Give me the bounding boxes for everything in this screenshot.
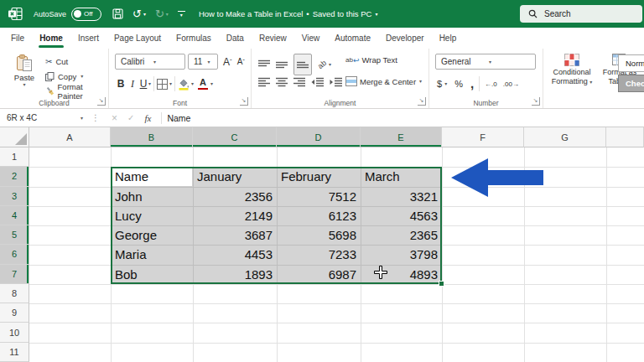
row-header-7[interactable]: 7	[0, 265, 29, 284]
ribbon-tab-page-layout[interactable]: Page Layout	[106, 28, 169, 49]
column-header-partial[interactable]	[606, 127, 644, 147]
align-right-icon[interactable]	[293, 77, 305, 87]
fill-handle[interactable]	[439, 281, 444, 287]
cell-C2[interactable]: January	[193, 167, 277, 186]
ribbon-tab-data[interactable]: Data	[219, 28, 252, 49]
wrap-text-button[interactable]: ab ↩ Wrap Text	[345, 55, 397, 65]
cell-C4[interactable]: 2149	[193, 206, 277, 225]
row-header-10[interactable]: 10	[0, 323, 29, 342]
cell-D3[interactable]: 7512	[277, 187, 361, 206]
cell-C5[interactable]: 3687	[193, 225, 277, 245]
row-header-11[interactable]: 11	[0, 343, 29, 362]
row-header-2[interactable]: 2	[0, 167, 29, 186]
decrease-decimal-button[interactable]: .00→	[503, 80, 519, 88]
fill-color-icon[interactable]	[178, 78, 190, 90]
row-header-4[interactable]: 4	[0, 206, 29, 225]
ribbon-tab-insert[interactable]: Insert	[70, 28, 106, 49]
ribbon-tab-developer[interactable]: Developer	[378, 28, 432, 49]
cell-D5[interactable]: 5698	[277, 225, 361, 245]
undo-button[interactable]: ↺ ▾	[132, 8, 146, 19]
autosave-toggle[interactable]: Off	[71, 8, 101, 21]
increase-indent-icon[interactable]	[330, 77, 342, 87]
align-bottom-button-selected[interactable]	[293, 54, 312, 75]
number-dialog-launcher[interactable]: ↘	[532, 97, 540, 106]
ribbon-tab-file[interactable]: File	[3, 28, 32, 49]
row-header-3[interactable]: 3	[0, 187, 29, 206]
comma-style-button[interactable]: ,	[470, 81, 474, 86]
italic-button[interactable]: I	[127, 78, 138, 90]
column-header-F[interactable]: F	[442, 127, 524, 147]
cell-B2[interactable]: Name	[111, 167, 193, 186]
cell-D7[interactable]: 6987	[277, 265, 361, 284]
decrease-indent-icon[interactable]	[311, 77, 324, 87]
percent-style-button[interactable]: %	[454, 79, 463, 89]
column-header-E[interactable]: E	[361, 127, 442, 147]
customize-qat-button[interactable]: ▾	[178, 11, 185, 18]
cell-style-check[interactable]: Check	[618, 75, 644, 92]
font-name-select[interactable]: Calibri ▾	[115, 54, 185, 70]
column-header-D[interactable]: D	[277, 127, 361, 147]
row-header-5[interactable]: 5	[0, 225, 29, 245]
cell-C3[interactable]: 2356	[193, 187, 277, 206]
confirm-entry-icon[interactable]: ✓	[127, 113, 134, 122]
ribbon-tab-formulas[interactable]: Formulas	[169, 28, 219, 49]
row-header-9[interactable]: 9	[0, 303, 29, 323]
merge-center-button[interactable]: Merge & Center ▾	[345, 76, 422, 86]
clipboard-dialog-launcher[interactable]: ↘	[97, 97, 106, 106]
conditional-formatting-button[interactable]: Conditional Formatting ▾	[547, 54, 597, 86]
cell-E2[interactable]: March	[361, 167, 442, 186]
paste-button[interactable]: Paste ▾	[7, 54, 42, 87]
alignment-dialog-launcher[interactable]: ↘	[418, 97, 426, 106]
column-header-C[interactable]: C	[193, 127, 277, 147]
cell-B3[interactable]: John	[111, 187, 193, 206]
orientation-button[interactable]: ab ▾	[318, 60, 331, 69]
formula-bar-content[interactable]: Name	[167, 113, 190, 123]
name-box[interactable]: 6R x 4C	[0, 113, 80, 122]
align-center-icon[interactable]	[276, 77, 288, 87]
save-icon[interactable]	[112, 8, 123, 19]
cell-D6[interactable]: 7233	[277, 245, 361, 264]
ribbon-tab-help[interactable]: Help	[432, 28, 465, 49]
row-header-1[interactable]: 1	[0, 147, 29, 167]
bold-button[interactable]: B	[115, 78, 127, 90]
cell-B6[interactable]: Maria	[111, 245, 193, 264]
excel-app-icon[interactable]	[8, 7, 23, 21]
increase-font-size-button[interactable]: Aˆ	[223, 56, 232, 68]
ribbon-tab-view[interactable]: View	[294, 28, 328, 49]
align-left-icon[interactable]	[258, 77, 270, 87]
cell-E4[interactable]: 4563	[361, 206, 442, 225]
cell-C6[interactable]: 4453	[193, 245, 277, 264]
redo-button[interactable]: ↻ ▾	[155, 8, 169, 19]
column-header-G[interactable]: G	[524, 127, 606, 147]
ribbon-tab-automate[interactable]: Automate	[327, 28, 378, 49]
font-size-select[interactable]: 11 ▾	[188, 54, 218, 70]
ribbon-tab-review[interactable]: Review	[252, 28, 294, 49]
document-title[interactable]: How to Make a Table in Excel • Saved to …	[199, 9, 378, 18]
insert-function-icon[interactable]: fx	[144, 113, 151, 123]
column-header-B[interactable]: B	[111, 127, 193, 147]
cell-E7[interactable]: 4893	[361, 265, 442, 284]
cancel-entry-icon[interactable]: ×	[112, 112, 117, 124]
decrease-font-size-button[interactable]: Aˇ	[237, 57, 245, 66]
cut-button[interactable]: ✂ Cut	[45, 54, 68, 69]
select-all-button[interactable]	[0, 127, 29, 147]
cell-E6[interactable]: 3798	[361, 245, 442, 264]
cell-C7[interactable]: 1893	[193, 265, 277, 284]
number-format-select[interactable]: General ▾	[435, 54, 536, 70]
increase-decimal-button[interactable]: ←.0	[485, 80, 497, 88]
borders-icon[interactable]	[157, 79, 168, 90]
font-color-button[interactable]: A	[198, 78, 208, 90]
cell-E3[interactable]: 3321	[361, 187, 442, 206]
align-middle-icon[interactable]	[276, 59, 288, 70]
font-dialog-launcher[interactable]: ↘	[240, 97, 248, 106]
column-header-A[interactable]: A	[29, 127, 111, 147]
underline-button[interactable]: U	[138, 78, 148, 90]
cell-B5[interactable]: George	[111, 225, 193, 245]
currency-format-button[interactable]: $	[437, 79, 442, 89]
cell-E5[interactable]: 2365	[361, 225, 442, 245]
align-top-icon[interactable]	[258, 59, 270, 70]
row-header-8[interactable]: 8	[0, 284, 29, 303]
cell-D2[interactable]: February	[277, 167, 361, 186]
ribbon-tab-home[interactable]: Home	[32, 28, 70, 49]
cell-D4[interactable]: 6123	[277, 206, 361, 225]
